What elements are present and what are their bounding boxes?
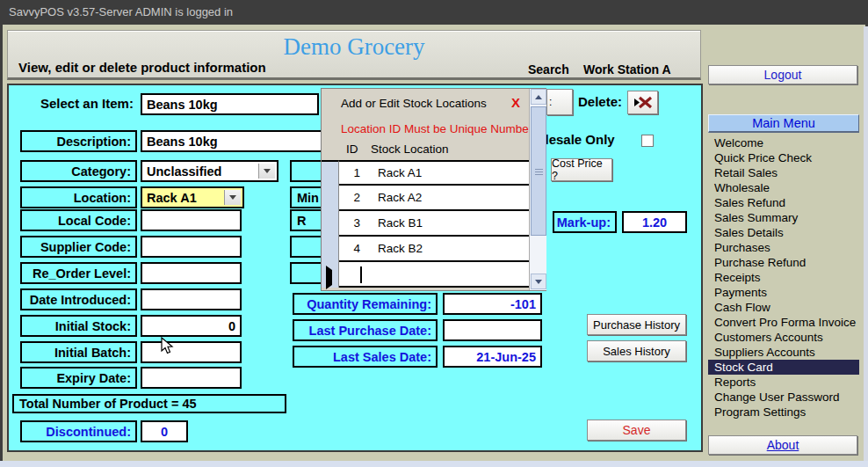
sidebar-item-reports[interactable]: Reports (708, 375, 859, 390)
sidebar-item-retail-sales[interactable]: Retail Sales (708, 165, 859, 180)
reorder-level-label: Re_Order Level: (20, 262, 137, 284)
date-introduced-label: Date Introduced: (20, 288, 137, 310)
local-code-input[interactable] (141, 209, 242, 231)
quantity-remaining-value: -101 (443, 293, 542, 315)
workstation-label: Work Station A (583, 62, 671, 77)
initial-stock-label: Initial Stock: (20, 315, 137, 337)
category-dropdown[interactable]: Unclassified (141, 160, 278, 182)
sidebar-item-sales-details[interactable]: Sales Details (708, 225, 859, 240)
markup-label: Mark-up: (553, 211, 617, 233)
arrow-down-icon (535, 280, 542, 284)
quantity-remaining-label: Quantity Remaining: (293, 293, 438, 315)
save-button[interactable]: Save (587, 420, 686, 441)
supplier-code-label: Supplier Code: (20, 236, 137, 258)
location-name: Rack B1 (378, 216, 423, 230)
location-id: 4 (346, 242, 360, 255)
sidebar-item-convert-pro-forma-invoice[interactable]: Convert Pro Forma Invoice (708, 315, 859, 330)
last-purchase-date-label: Last Purchase Date: (293, 319, 438, 341)
sidebar-item-sales-refund[interactable]: Sales Refund (708, 195, 859, 210)
category-label: Category: (20, 160, 137, 182)
location-dropdown[interactable]: Rack A1 (141, 186, 244, 208)
initial-stock-input[interactable]: 0 (141, 315, 242, 337)
delete-record-icon (633, 96, 653, 109)
sidebar-item-customers-accounts[interactable]: Customers Accounts (708, 330, 859, 345)
location-row-3[interactable]: 3 Rack B1 (339, 211, 529, 237)
markup-value[interactable]: 1.20 (622, 211, 687, 233)
search-label[interactable]: Search (528, 62, 569, 77)
sidebar-item-welcome[interactable]: Welcome (708, 135, 859, 150)
about-button[interactable]: About (708, 435, 857, 455)
select-item-label: Select an Item: (40, 96, 134, 111)
select-item-input[interactable]: Beans 10kg (141, 93, 319, 115)
mouse-cursor (161, 337, 175, 356)
popup-title: Add or Edit Stock Locations (341, 97, 487, 110)
sidebar-item-purchase-refund[interactable]: Purchase Refund (708, 255, 859, 270)
location-id: 3 (346, 216, 360, 230)
sidebar-item-receipts[interactable]: Receipts (708, 270, 859, 285)
discontinued-value[interactable]: 0 (141, 420, 188, 442)
column-header-id: ID (346, 142, 358, 156)
location-row-4[interactable]: 4 Rack B2 (339, 237, 529, 262)
main-menu-list: Welcome Quick Price Check Retail Sales W… (708, 135, 859, 420)
popup-scrollbar[interactable] (529, 89, 546, 290)
delete-record-button[interactable] (627, 91, 658, 114)
description-label: Description: (20, 130, 137, 152)
wholesale-only-checkbox[interactable] (641, 135, 654, 147)
sidebar-item-purchases[interactable]: Purchases (708, 240, 859, 255)
location-id: 1 (346, 166, 360, 179)
window-bottom-edge (0, 461, 868, 467)
sidebar-item-stock-card[interactable]: Stock Card (708, 360, 859, 375)
scroll-up-button[interactable] (531, 89, 546, 105)
sidebar-item-program-settings[interactable]: Program Settings (708, 405, 859, 420)
cost-price-button[interactable]: Cost Price ? (551, 158, 612, 181)
location-value: Rack A1 (147, 191, 197, 205)
sidebar-item-change-user-password[interactable]: Change User Password (708, 390, 859, 405)
scroll-down-button[interactable] (531, 274, 546, 289)
sidebar-item-wholesale[interactable]: Wholesale (708, 180, 859, 195)
initial-batch-label: Initial Batch: (20, 341, 137, 363)
discontinued-label: Discontinued: (20, 420, 137, 442)
expiry-date-label: Expiry Date: (20, 367, 137, 389)
sidebar-item-quick-price-check[interactable]: Quick Price Check (708, 150, 859, 165)
chevron-down-icon (229, 195, 236, 200)
sidebar-item-suppliers-accounts[interactable]: Suppliers Accounts (708, 345, 859, 360)
app-window: SavvyPOS v3.57-Server ADMIN is logged in… (0, 0, 868, 467)
sales-history-button[interactable]: Sales History (587, 340, 686, 361)
last-sales-date-label: Last Sales Date: (293, 346, 438, 368)
partially-hidden-button[interactable]: : (546, 89, 573, 115)
store-name: Demo Grocery (8, 33, 700, 61)
location-row-1[interactable]: 1 Rack A1 (339, 160, 529, 186)
page-subtitle: View, edit or delete product information (18, 60, 266, 75)
main-menu-header: Main Menu (708, 114, 859, 133)
sidebar-item-payments[interactable]: Payments (708, 285, 859, 300)
location-id: 2 (346, 191, 360, 204)
window-title: SavvyPOS v3.57-Server ADMIN is logged in (9, 5, 233, 18)
location-label: Location: (20, 186, 137, 208)
scrollbar-thumb[interactable] (531, 106, 546, 236)
arrow-up-icon (535, 95, 542, 99)
window-titlebar: SavvyPOS v3.57-Server ADMIN is logged in (0, 0, 868, 25)
reorder-level-input[interactable] (141, 262, 242, 284)
close-icon[interactable]: X (511, 95, 520, 110)
location-row-2[interactable]: 2 Rack A2 (339, 186, 529, 211)
logout-button[interactable]: Logout (708, 65, 857, 84)
location-name: Rack B2 (378, 242, 423, 255)
category-value: Unclassified (147, 164, 221, 179)
sidebar-item-sales-summary[interactable]: Sales Summary (708, 210, 859, 225)
total-products-box: Total Number of Product = 45 (12, 394, 286, 413)
date-introduced-input[interactable] (141, 288, 242, 310)
sidebar-item-cash-flow[interactable]: Cash Flow (708, 300, 859, 315)
location-name: Rack A1 (378, 166, 422, 179)
delete-label: Delete: (578, 94, 622, 109)
category-dropdown-button[interactable] (258, 164, 275, 179)
header-panel: Demo Grocery View, edit or delete produc… (7, 30, 701, 80)
last-purchase-date-value[interactable] (443, 319, 542, 341)
initial-batch-input[interactable] (141, 341, 242, 363)
location-row-new[interactable] (339, 262, 529, 288)
location-name: Rack A2 (378, 191, 422, 204)
purchase-history-button[interactable]: Purchase History (587, 314, 686, 335)
location-dropdown-button[interactable] (224, 190, 241, 205)
supplier-code-input[interactable] (141, 236, 242, 258)
local-code-label: Local Code: (20, 209, 137, 231)
expiry-date-input[interactable] (141, 367, 242, 389)
